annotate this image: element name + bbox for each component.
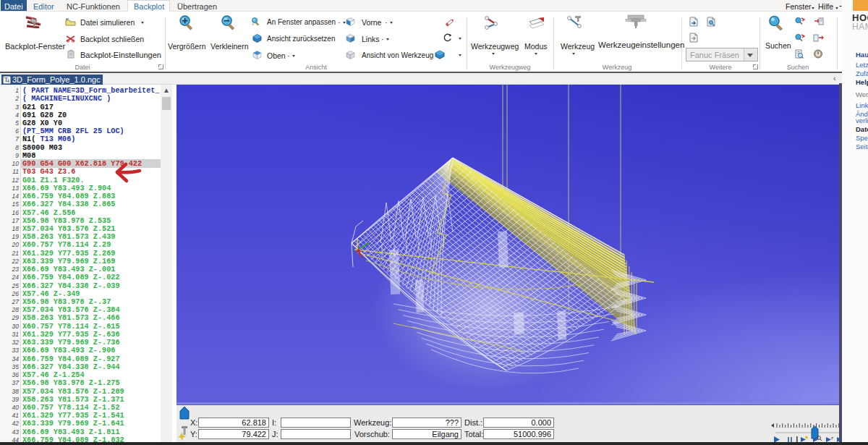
svg-text:T: T [4,77,8,83]
svg-text:z: z [831,436,833,440]
